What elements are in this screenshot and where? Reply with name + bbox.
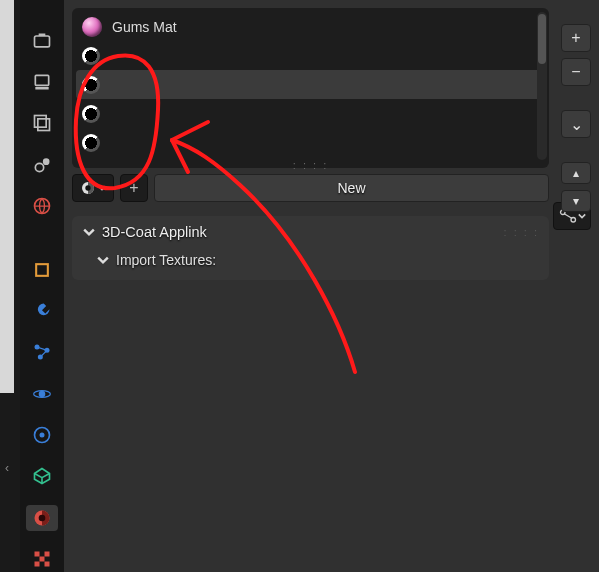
subpanel-title: Import Textures: xyxy=(116,252,216,268)
chevron-down-icon xyxy=(96,253,110,267)
tab-world[interactable] xyxy=(26,194,58,219)
svg-point-7 xyxy=(43,158,50,165)
chevron-down-icon xyxy=(98,184,106,192)
tab-constraints[interactable] xyxy=(26,422,58,447)
tab-texture[interactable] xyxy=(26,547,58,572)
slot-move-down-button[interactable]: ▾ xyxy=(561,190,591,212)
material-slot-label: Gums Mat xyxy=(112,19,177,35)
material-new-button[interactable]: New xyxy=(154,174,549,202)
svg-point-25 xyxy=(85,185,90,190)
svg-rect-22 xyxy=(35,562,40,567)
svg-rect-2 xyxy=(35,75,48,85)
svg-rect-1 xyxy=(39,33,46,36)
svg-rect-23 xyxy=(45,562,50,567)
applink-panel-header[interactable]: 3D-Coat Applink : : : : xyxy=(72,216,549,248)
chevron-down-icon xyxy=(82,225,96,239)
svg-rect-19 xyxy=(35,552,40,557)
slot-specials-menu[interactable]: ⌄ xyxy=(561,110,591,138)
panel-title: 3D-Coat Applink xyxy=(102,224,207,240)
svg-rect-4 xyxy=(35,116,47,128)
tab-particles[interactable] xyxy=(26,340,58,365)
material-slot[interactable] xyxy=(76,99,545,128)
material-slot[interactable] xyxy=(76,128,545,157)
slot-remove-button[interactable]: − xyxy=(561,58,591,86)
tab-modifiers[interactable] xyxy=(26,298,58,323)
plus-icon: + xyxy=(129,179,138,197)
tab-object[interactable] xyxy=(26,257,58,282)
svg-point-6 xyxy=(35,163,43,171)
svg-rect-9 xyxy=(36,264,48,276)
svg-point-13 xyxy=(39,390,46,397)
material-slot[interactable] xyxy=(76,41,545,70)
minus-icon: − xyxy=(571,63,580,81)
tab-scene[interactable] xyxy=(26,152,58,177)
svg-rect-21 xyxy=(40,557,45,562)
svg-rect-3 xyxy=(35,87,48,90)
slot-move-up-button[interactable]: ▴ xyxy=(561,162,591,184)
material-empty-icon xyxy=(82,76,100,94)
tab-viewlayer[interactable] xyxy=(26,111,58,136)
material-slot[interactable]: Gums Mat xyxy=(76,12,545,41)
svg-rect-20 xyxy=(45,552,50,557)
material-empty-icon xyxy=(82,105,100,123)
material-slot-list[interactable]: Gums Mat : : : : xyxy=(72,8,549,168)
material-slot[interactable] xyxy=(76,70,545,99)
tab-physics[interactable] xyxy=(26,381,58,406)
tab-data[interactable] xyxy=(26,464,58,489)
list-scrollbar[interactable] xyxy=(537,12,547,160)
plus-icon: + xyxy=(571,29,580,47)
svg-point-18 xyxy=(39,515,46,522)
chevron-down-icon: ⌄ xyxy=(570,115,583,134)
list-scrollbar-thumb[interactable] xyxy=(538,14,546,64)
tab-render[interactable] xyxy=(26,28,58,53)
triangle-down-icon: ▾ xyxy=(573,194,579,208)
material-browse-button[interactable] xyxy=(72,174,114,202)
region-expand-handle[interactable]: ‹ xyxy=(2,460,12,476)
panel-drag-grip[interactable]: : : : : xyxy=(504,226,539,238)
tab-material[interactable] xyxy=(26,505,58,530)
slot-ops-column: + − ⌄ ▴ ▾ xyxy=(561,24,591,212)
svg-rect-5 xyxy=(38,119,50,131)
viewport-edge xyxy=(0,0,14,393)
material-add-button[interactable]: + xyxy=(120,174,148,202)
material-empty-icon xyxy=(82,134,100,152)
triangle-up-icon: ▴ xyxy=(573,166,579,180)
list-resize-grip[interactable]: : : : : xyxy=(76,157,545,171)
applink-panel: 3D-Coat Applink : : : : Import Textures: xyxy=(72,216,549,280)
viewport-edge-dark xyxy=(0,393,14,572)
slot-add-button[interactable]: + xyxy=(561,24,591,52)
material-preview-sphere-icon xyxy=(82,17,102,37)
svg-point-16 xyxy=(40,433,45,438)
new-button-label: New xyxy=(337,180,365,196)
applink-subpanel-header[interactable]: Import Textures: xyxy=(72,248,549,280)
tab-output[interactable] xyxy=(26,69,58,94)
svg-rect-0 xyxy=(35,36,50,47)
material-empty-icon xyxy=(82,47,100,65)
chevron-down-icon xyxy=(578,212,586,220)
properties-tabstrip xyxy=(20,0,64,572)
material-properties-panel: Gums Mat : : : : + New xyxy=(64,0,599,572)
